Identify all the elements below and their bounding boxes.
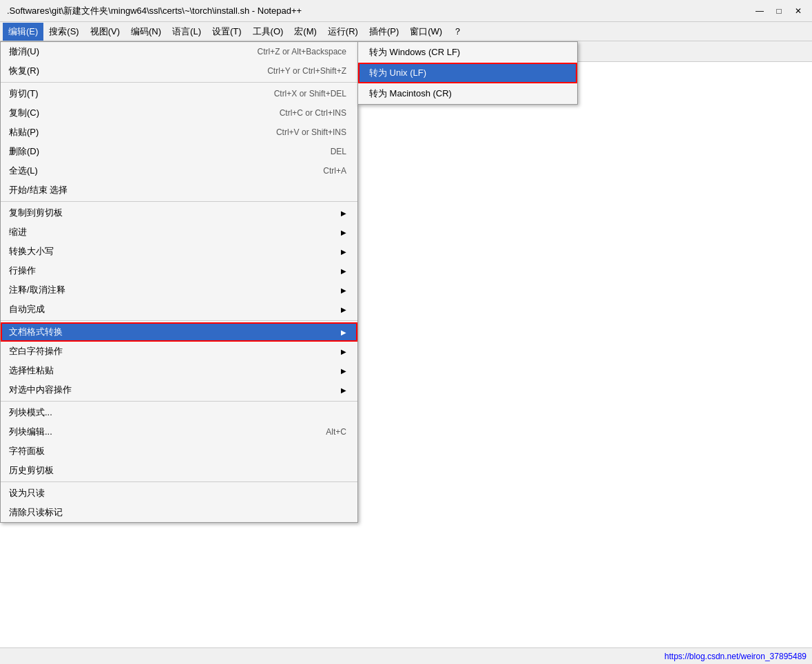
window-controls: — □ ✕ xyxy=(753,4,805,18)
menu-plugins[interactable]: 插件(P) xyxy=(364,23,404,41)
menu-item-history[interactable]: 历史剪切板 xyxy=(1,461,357,480)
submenu-arrow: ▶ xyxy=(341,229,346,236)
maximize-button[interactable]: □ xyxy=(772,4,786,18)
close-button[interactable]: ✕ xyxy=(791,4,805,18)
menu-encoding[interactable]: 编码(N) xyxy=(125,23,167,41)
menu-item-copy[interactable]: 复制(C) Ctrl+C or Ctrl+INS xyxy=(1,103,357,123)
menu-item-lineops[interactable]: 行操作 ▶ xyxy=(1,261,357,280)
menu-item-undo[interactable]: 撤消(U) Ctrl+Z or Alt+Backspace xyxy=(1,42,357,61)
menu-item-docformat[interactable]: 文档格式转换 ▶ xyxy=(1,322,357,342)
window-title: .Softwares\git\新建文件夹\mingw64\ssl\certs\~… xyxy=(7,5,302,17)
menu-item-indent[interactable]: 缩进 ▶ xyxy=(1,222,357,242)
submenu-arrow: ▶ xyxy=(341,248,346,256)
menu-language[interactable]: 语言(L) xyxy=(167,23,207,41)
submenu-arrow: ▶ xyxy=(341,367,346,375)
menu-view[interactable]: 视图(V) xyxy=(85,23,125,41)
menu-item-autocomplete[interactable]: 自动完成 ▶ xyxy=(1,300,357,319)
menu-item-clearreadonly[interactable]: 清除只读标记 xyxy=(1,503,357,522)
menu-run[interactable]: 运行(R) xyxy=(322,23,364,41)
submenu-arrow: ▶ xyxy=(341,386,346,394)
menu-macro[interactable]: 宏(M) xyxy=(289,23,322,41)
menu-item-beginend[interactable]: 开始/结束 选择 xyxy=(1,180,357,200)
menu-item-setreadonly[interactable]: 设为只读 xyxy=(1,484,357,503)
format-submenu: 转为 Windows (CR LF) 转为 Unix (LF) 转为 Macin… xyxy=(357,41,578,105)
menu-item-charmap[interactable]: 字符面板 xyxy=(1,442,357,461)
status-bar: https://blog.csdn.net/weiron_37895489 xyxy=(0,647,812,664)
menu-separator-1 xyxy=(1,82,357,83)
menu-item-selcontent[interactable]: 对选中内容操作 ▶ xyxy=(1,380,357,400)
menu-search[interactable]: 搜索(S) xyxy=(43,23,84,41)
menu-item-comment[interactable]: 注释/取消注释 ▶ xyxy=(1,280,357,300)
menu-item-paste[interactable]: 粘贴(P) Ctrl+V or Shift+INS xyxy=(1,123,357,142)
submenu-arrow: ▶ xyxy=(341,209,346,217)
menu-item-whitespace[interactable]: 空白字符操作 ▶ xyxy=(1,342,357,361)
menu-tools[interactable]: 工具(O) xyxy=(247,23,289,41)
menu-settings[interactable]: 设置(T) xyxy=(207,23,247,41)
menu-item-pastspec[interactable]: 选择性粘贴 ▶ xyxy=(1,361,357,380)
menu-item-redo[interactable]: 恢复(R) Ctrl+Y or Ctrl+Shift+Z xyxy=(1,61,357,81)
title-bar: .Softwares\git\新建文件夹\mingw64\ssl\certs\~… xyxy=(0,0,812,22)
status-url: https://blog.csdn.net/weiron_37895489 xyxy=(665,652,806,661)
menu-separator-3 xyxy=(1,320,357,321)
submenu-arrow: ▶ xyxy=(341,267,346,275)
menu-item-delete[interactable]: 删除(D) DEL xyxy=(1,142,357,161)
menu-separator-5 xyxy=(1,481,357,482)
menu-item-colblock[interactable]: 列块模式... xyxy=(1,403,357,422)
submenu-arrow: ▶ xyxy=(341,287,346,294)
menu-window[interactable]: 窗口(W) xyxy=(404,23,448,41)
menu-edit[interactable]: 编辑(E) xyxy=(3,23,43,41)
submenu-item-mac[interactable]: 转为 Macintosh (CR) xyxy=(358,83,577,104)
submenu-arrow: ▶ xyxy=(341,348,346,355)
menu-item-coledit[interactable]: 列块编辑... Alt+C xyxy=(1,422,357,442)
submenu-item-windows[interactable]: 转为 Windows (CR LF) xyxy=(358,42,577,63)
edit-dropdown-menu: 撤消(U) Ctrl+Z or Alt+Backspace 恢复(R) Ctrl… xyxy=(0,41,358,523)
menu-item-cut[interactable]: 剪切(T) Ctrl+X or Shift+DEL xyxy=(1,84,357,103)
menu-separator-4 xyxy=(1,401,357,402)
submenu-arrow: ▶ xyxy=(341,306,346,313)
menu-bar: 编辑(E) 搜索(S) 视图(V) 编码(N) 语言(L) 设置(T) 工具(O… xyxy=(0,22,812,41)
menu-help[interactable]: ？ xyxy=(448,23,468,41)
submenu-arrow: ▶ xyxy=(341,329,346,336)
minimize-button[interactable]: — xyxy=(753,4,767,18)
menu-item-selectall[interactable]: 全选(L) Ctrl+A xyxy=(1,161,357,180)
menu-item-convertcase[interactable]: 转换大小写 ▶ xyxy=(1,242,357,261)
menu-item-copyclipboard[interactable]: 复制到剪切板 ▶ xyxy=(1,203,357,222)
submenu-item-unix[interactable]: 转为 Unix (LF) xyxy=(358,63,577,83)
menu-separator-2 xyxy=(1,201,357,202)
